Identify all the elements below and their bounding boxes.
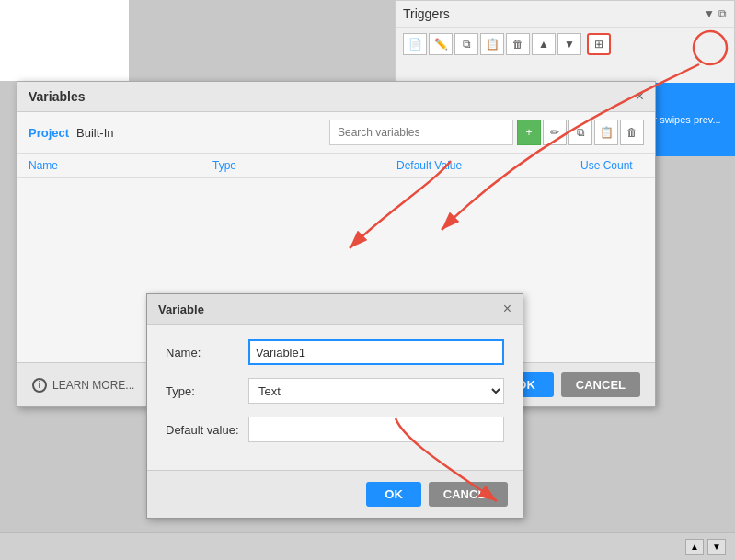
copy-variable-btn[interactable]: ⧉ <box>568 120 592 145</box>
paste-variable-btn[interactable]: 📋 <box>594 120 618 145</box>
learn-more-text: LEARN MORE... <box>52 379 134 392</box>
up-trigger-btn[interactable]: ▲ <box>532 33 556 55</box>
type-select[interactable]: Text Number Boolean Date Array <box>248 378 504 404</box>
name-input[interactable] <box>248 339 504 365</box>
default-label: Default value: <box>166 423 248 437</box>
white-area <box>0 0 129 81</box>
info-icon: i <box>32 378 47 393</box>
variables-tabs: Project Built-In + ✏ ⧉ 📋 🗑 <box>17 112 655 154</box>
variables-body: Variable × Name: Type: Text Number Boole… <box>17 178 655 362</box>
edit-trigger-btn[interactable]: ✏️ <box>429 33 453 55</box>
variables-cancel-btn[interactable]: CANCEL <box>561 372 640 397</box>
variable-cancel-btn[interactable]: CANCEL <box>429 482 508 507</box>
type-label: Type: <box>166 384 248 398</box>
triggers-header: Triggers ▼ ⧉ <box>396 1 734 28</box>
triggers-header-icons: ▼ ⧉ <box>704 7 727 20</box>
triggers-toolbar: 📄 ✏️ ⧉ 📋 🗑 ▲ ▼ ⊞ <box>396 28 734 61</box>
blue-panel-text: or swipes prev... <box>648 114 720 125</box>
variables-close-btn[interactable]: × <box>636 89 644 104</box>
variable-subdialog-body: Name: Type: Text Number Boolean Date Arr… <box>147 325 523 470</box>
paste-trigger-btn[interactable]: 📋 <box>480 33 504 55</box>
col-usecount: Use Count <box>580 159 644 172</box>
edit-variable-btn[interactable]: ✏ <box>543 120 567 145</box>
add-variable-btn[interactable]: + <box>517 120 541 145</box>
variable-subdialog: Variable × Name: Type: Text Number Boole… <box>146 293 523 519</box>
triggers-title: Triggers <box>403 6 450 21</box>
variables-dialog-header: Variables × <box>17 82 655 112</box>
tab-project[interactable]: Project <box>29 126 69 140</box>
copy-trigger-btn[interactable]: ⧉ <box>454 33 478 55</box>
default-input[interactable] <box>248 417 504 442</box>
variable-ok-btn[interactable]: OK <box>366 482 421 507</box>
variable-subdialog-title: Variable <box>158 303 204 316</box>
bottom-strip: ▲ ▼ <box>0 532 735 560</box>
type-row: Type: Text Number Boolean Date Array <box>166 378 504 404</box>
variables-dialog-title: Variables <box>29 89 86 104</box>
restore-icon: ⧉ <box>718 7 727 20</box>
col-default: Default Value <box>396 159 580 172</box>
variables-dialog: Variables × Project Built-In + ✏ ⧉ 📋 🗑 N… <box>17 81 656 407</box>
tab-builtin[interactable]: Built-In <box>76 126 113 140</box>
scroll-down-btn[interactable]: ▼ <box>707 539 726 555</box>
default-row: Default value: <box>166 417 504 442</box>
scroll-up-btn[interactable]: ▲ <box>685 539 704 555</box>
search-input[interactable] <box>329 120 513 145</box>
down-trigger-btn[interactable]: ▼ <box>557 33 581 55</box>
delete-trigger-btn[interactable]: 🗑 <box>506 33 530 55</box>
pin-icon: ▼ <box>704 7 715 20</box>
variable-subdialog-close-btn[interactable]: × <box>503 302 511 316</box>
name-label: Name: <box>166 346 248 360</box>
col-name: Name <box>29 159 212 172</box>
new-trigger-btn[interactable]: 📄 <box>403 33 427 55</box>
variable-subdialog-footer: OK CANCEL <box>147 470 523 518</box>
var-toolbar: + ✏ ⧉ 📋 🗑 <box>517 120 644 145</box>
col-type: Type <box>212 159 396 172</box>
search-box: + ✏ ⧉ 📋 🗑 <box>329 120 644 145</box>
delete-variable-btn[interactable]: 🗑 <box>620 120 644 145</box>
learn-more[interactable]: i LEARN MORE... <box>32 378 134 393</box>
variable-subdialog-header: Variable × <box>147 294 523 325</box>
name-row: Name: <box>166 339 504 365</box>
variables-table-header: Name Type Default Value Use Count <box>17 154 655 178</box>
panel-trigger-btn[interactable]: ⊞ <box>587 33 611 55</box>
